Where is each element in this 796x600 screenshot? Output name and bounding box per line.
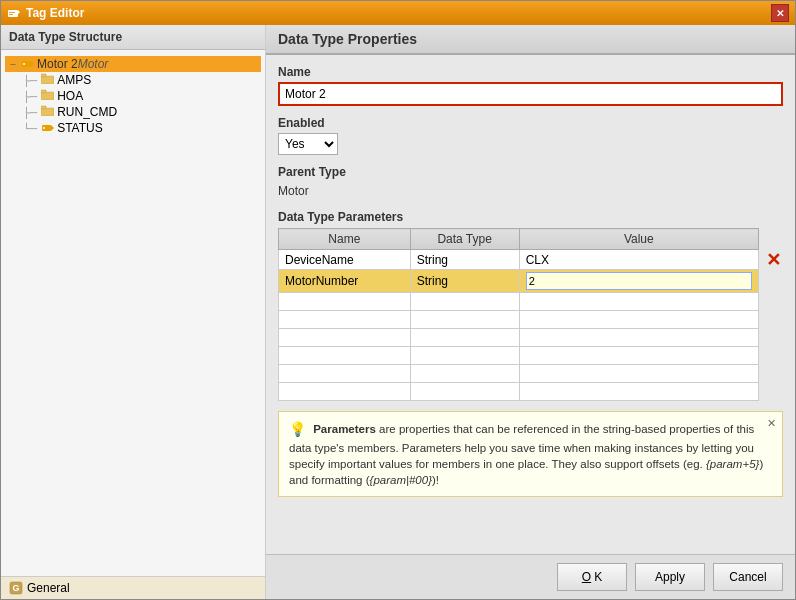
tag-editor-window: Tag Editor ✕ Data Type Structure – xyxy=(0,0,796,600)
general-icon: G xyxy=(9,581,23,595)
table-row-empty xyxy=(279,329,759,347)
tag-icon-status xyxy=(41,121,55,135)
delete-row-button[interactable]: ✕ xyxy=(763,250,783,270)
line-icon-hoa: ├─ xyxy=(23,91,37,102)
table-row[interactable]: MotorNumber String xyxy=(279,270,759,293)
svg-text:G: G xyxy=(12,583,19,593)
tree-item-status[interactable]: └─ STATUS xyxy=(21,120,261,136)
table-row-empty xyxy=(279,347,759,365)
svg-rect-3 xyxy=(9,14,13,15)
col-datatype: Data Type xyxy=(410,229,519,250)
table-row-empty xyxy=(279,293,759,311)
info-suffix: )! xyxy=(432,474,439,486)
svg-rect-12 xyxy=(41,106,46,109)
tree-label-motor-extra: Motor xyxy=(78,57,109,71)
folder-icon-runcmd xyxy=(41,105,55,119)
name-label: Name xyxy=(278,65,783,79)
tree-item-runcmd[interactable]: ├─ RUN_CMD xyxy=(21,104,261,120)
params-table-container: Name Data Type Value DeviceName String C… xyxy=(278,228,783,401)
name-field-group: Name xyxy=(278,65,783,106)
title-bar: Tag Editor ✕ xyxy=(1,1,795,25)
tree-children: ├─ AMPS ├─ xyxy=(5,72,261,136)
line-icon-status: └─ xyxy=(23,123,37,134)
tree-label-motor2: Motor 2 xyxy=(37,57,78,71)
table-row-empty xyxy=(279,365,759,383)
params-label: Data Type Parameters xyxy=(278,210,783,224)
tree-item-hoa[interactable]: ├─ HOA xyxy=(21,88,261,104)
general-label: General xyxy=(27,581,70,595)
svg-rect-10 xyxy=(41,90,46,93)
enabled-label: Enabled xyxy=(278,116,783,130)
info-offset-example: {param+5} xyxy=(706,458,759,470)
parent-type-group: Parent Type Motor xyxy=(278,165,783,200)
info-box: ✕ 💡 Parameters are properties that can b… xyxy=(278,411,783,497)
info-bold-text: Parameters xyxy=(313,423,376,435)
tag-icon xyxy=(21,57,35,71)
tree-label-status: STATUS xyxy=(57,121,103,135)
right-panel: Data Type Properties Name Enabled Yes No xyxy=(266,25,795,599)
right-panel-header: Data Type Properties xyxy=(266,25,795,55)
bottom-bar: OK Apply Cancel xyxy=(266,554,795,599)
table-row[interactable]: DeviceName String CLX xyxy=(279,250,759,270)
row2-name: MotorNumber xyxy=(279,270,411,293)
folder-icon-amps xyxy=(41,73,55,87)
name-input[interactable] xyxy=(278,82,783,106)
bulb-icon: 💡 xyxy=(289,420,306,440)
enabled-select[interactable]: Yes No xyxy=(278,133,338,155)
table-row-empty xyxy=(279,383,759,401)
enabled-field-group: Enabled Yes No xyxy=(278,116,783,155)
delete-icon: ✕ xyxy=(766,251,781,269)
tree-item-amps[interactable]: ├─ AMPS xyxy=(21,72,261,88)
window-title: Tag Editor xyxy=(26,6,84,20)
svg-point-15 xyxy=(43,127,45,129)
folder-icon-hoa xyxy=(41,89,55,103)
tree-area: – Motor 2 Motor ├─ xyxy=(1,50,265,576)
tree-label-runcmd: RUN_CMD xyxy=(57,105,117,119)
close-button[interactable]: ✕ xyxy=(771,4,789,22)
ok-button[interactable]: OK xyxy=(557,563,627,591)
row2-value[interactable] xyxy=(519,270,758,293)
svg-marker-14 xyxy=(51,125,54,131)
params-table-wrap: Data Type Parameters Name Data Type Valu… xyxy=(278,210,783,401)
expand-icon[interactable]: – xyxy=(7,58,19,70)
svg-rect-0 xyxy=(8,10,18,17)
table-row-empty xyxy=(279,311,759,329)
ok-label-rest: K xyxy=(594,570,602,584)
left-panel: Data Type Structure – Motor 2 Motor xyxy=(1,25,266,599)
col-value: Value xyxy=(519,229,758,250)
general-section[interactable]: G General xyxy=(1,576,265,599)
enabled-select-wrap: Yes No xyxy=(278,133,783,155)
main-content: Data Type Structure – Motor 2 Motor xyxy=(1,25,795,599)
line-icon-runcmd: ├─ xyxy=(23,107,37,118)
right-panel-content: Name Enabled Yes No Parent Type xyxy=(266,55,795,554)
svg-point-6 xyxy=(23,63,25,65)
svg-rect-2 xyxy=(9,12,15,13)
cancel-label: Cancel xyxy=(729,570,766,584)
col-name: Name xyxy=(279,229,411,250)
title-bar-left: Tag Editor xyxy=(7,6,84,20)
row1-name: DeviceName xyxy=(279,250,411,270)
parent-type-label: Parent Type xyxy=(278,165,783,179)
row2-datatype: String xyxy=(410,270,519,293)
line-icon-amps: ├─ xyxy=(23,75,37,86)
svg-marker-5 xyxy=(31,61,34,67)
svg-marker-1 xyxy=(18,10,20,14)
ok-label: O xyxy=(582,570,591,584)
tree-item-motor2[interactable]: – Motor 2 Motor xyxy=(5,56,261,72)
tree-label-hoa: HOA xyxy=(57,89,83,103)
tree-header: Data Type Structure xyxy=(1,25,265,50)
cancel-button[interactable]: Cancel xyxy=(713,563,783,591)
apply-label: Apply xyxy=(655,570,685,584)
params-table: Name Data Type Value DeviceName String C… xyxy=(278,228,759,401)
row1-value: CLX xyxy=(519,250,758,270)
tree-label-amps: AMPS xyxy=(57,73,91,87)
row1-datatype: String xyxy=(410,250,519,270)
app-icon xyxy=(7,6,21,20)
svg-rect-8 xyxy=(41,74,46,77)
apply-button[interactable]: Apply xyxy=(635,563,705,591)
info-format-example: {param|#00} xyxy=(370,474,432,486)
parent-type-value: Motor xyxy=(278,182,783,200)
row2-value-input[interactable] xyxy=(526,272,752,290)
info-close-button[interactable]: ✕ xyxy=(767,416,776,431)
